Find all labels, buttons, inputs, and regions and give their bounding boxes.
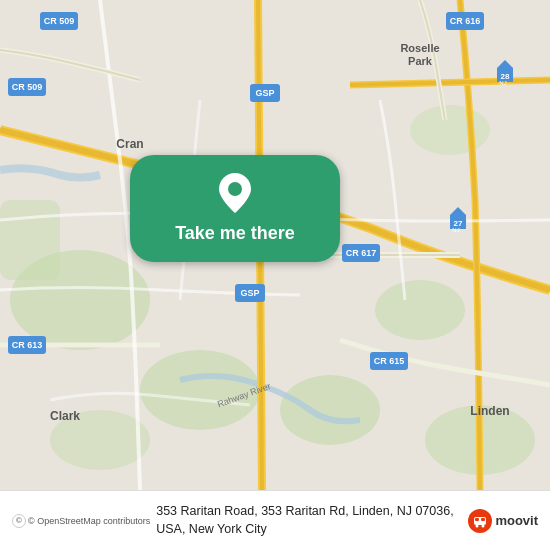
svg-rect-45: [481, 518, 485, 521]
svg-text:CR 616: CR 616: [450, 16, 481, 26]
svg-text:GSP: GSP: [240, 288, 259, 298]
svg-point-4: [375, 280, 465, 340]
svg-text:CR 613: CR 613: [12, 340, 43, 350]
svg-point-46: [476, 524, 479, 527]
svg-text:Park: Park: [408, 55, 433, 67]
svg-rect-5: [0, 200, 60, 280]
take-me-there-button[interactable]: Take me there: [130, 155, 340, 262]
moovit-logo: moovit: [468, 509, 538, 533]
moovit-bus-icon: [472, 513, 488, 529]
svg-text:Clark: Clark: [50, 409, 80, 423]
take-me-there-label: Take me there: [175, 223, 295, 244]
svg-text:CR 617: CR 617: [346, 248, 377, 258]
svg-point-47: [482, 524, 485, 527]
svg-text:NJ: NJ: [499, 80, 506, 86]
svg-rect-44: [475, 518, 479, 521]
address-line1: 353 Raritan Road, 353 Raritan Rd, Linden…: [156, 504, 453, 518]
location-pin-icon: [219, 173, 251, 213]
svg-text:CR 615: CR 615: [374, 356, 405, 366]
svg-text:Roselle: Roselle: [400, 42, 439, 54]
osm-logo: © © OpenStreetMap contributors: [12, 514, 150, 528]
svg-text:Cran: Cran: [116, 137, 143, 151]
svg-text:Linden: Linden: [470, 404, 509, 418]
osm-copyright: © OpenStreetMap contributors: [28, 516, 150, 526]
svg-point-8: [410, 105, 490, 155]
svg-point-3: [280, 375, 380, 445]
svg-text:NJ: NJ: [452, 227, 459, 233]
osm-circle: ©: [12, 514, 26, 528]
moovit-icon: [468, 509, 492, 533]
address-text: 353 Raritan Road, 353 Raritan Rd, Linden…: [156, 503, 460, 538]
bottom-bar: © © OpenStreetMap contributors 353 Rarit…: [0, 490, 550, 550]
moovit-brand-text: moovit: [495, 513, 538, 528]
svg-text:CR 509: CR 509: [44, 16, 75, 26]
address-line2: USA, New York City: [156, 522, 266, 536]
svg-text:GSP: GSP: [255, 88, 274, 98]
svg-text:CR 509: CR 509: [12, 82, 43, 92]
svg-point-42: [228, 182, 242, 196]
map-container: CR 509 CR 509 CR 616 GSP GSP CR 617 CR 6…: [0, 0, 550, 490]
